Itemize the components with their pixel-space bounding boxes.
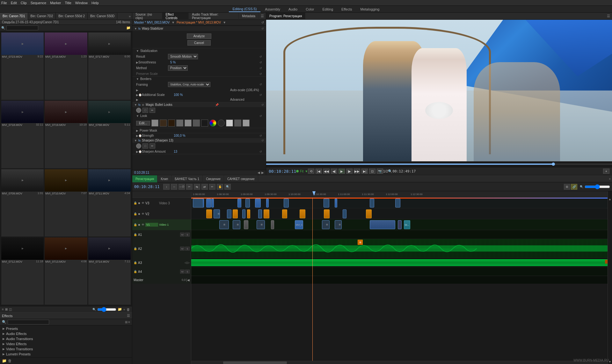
v2-clip-13[interactable] — [366, 209, 372, 218]
sharpen-amount-reset[interactable]: ↺ — [259, 150, 262, 153]
mbl-btn-2[interactable]: □ — [142, 108, 148, 113]
smoothness-value[interactable]: 5 % — [170, 61, 176, 64]
smoothness-reset[interactable]: ↺ — [259, 61, 262, 64]
a2-m-btn[interactable]: M — [180, 247, 185, 251]
v2-clip-12[interactable]: ⊞ — [343, 209, 346, 218]
a2-lock[interactable]: 🔒 — [134, 247, 137, 250]
sidebar-scroll-up[interactable]: ▲ — [608, 198, 611, 201]
menu-marker[interactable]: Marker — [50, 1, 61, 5]
v1-clip-3[interactable] — [244, 220, 248, 229]
effects-item-lumetri[interactable]: ▶ Lumetri Presets — [0, 352, 132, 357]
effects-list-btn[interactable]: ≡ — [128, 320, 130, 324]
look-swatch-3[interactable] — [176, 120, 183, 127]
v1-clip-2[interactable]: ⊞ — [233, 220, 240, 229]
v2-clip-8[interactable]: ⊞ — [227, 209, 231, 218]
a4-s-btn[interactable]: S — [185, 270, 190, 273]
framing-dropdown[interactable]: Stabilize, Crop, Auto-scale — [168, 82, 210, 87]
timecode-next-icon[interactable]: ▶ — [261, 171, 264, 174]
scrubber-thumb[interactable] — [552, 163, 555, 166]
snap-btn[interactable]: ⊞ — [564, 184, 570, 190]
v3-clip-5[interactable] — [245, 199, 250, 207]
look-edit-button[interactable]: Edit... — [136, 121, 150, 126]
effects-item-video-transitions[interactable]: ▶ Video Transitions — [0, 346, 132, 352]
sharpen-reset[interactable]: ↺ — [261, 139, 264, 142]
additional-scale-reset[interactable]: ↺ — [259, 93, 262, 97]
timeline-tab-add[interactable]: + — [609, 177, 611, 181]
stabilization-header[interactable]: ▼ Stabilization — [132, 48, 266, 53]
sharpen-enable[interactable]: fx — [138, 139, 141, 142]
sharpen-amount-value[interactable]: 13 — [174, 150, 177, 153]
ws-tab-effects[interactable]: Effects — [338, 7, 356, 12]
look-swatch-8[interactable] — [226, 120, 233, 127]
program-monitor-menu[interactable]: ☰ — [605, 14, 612, 18]
menu-title[interactable]: Title — [65, 1, 71, 5]
thumb-item-10[interactable]: ▶ MVI_0713.MOV4:06 — [45, 237, 87, 305]
v3-clip-9[interactable] — [324, 199, 329, 207]
timeline-tab-svedenie[interactable]: Сведение — [203, 175, 224, 182]
effect-controls-tab[interactable]: Effect Controls — [162, 13, 189, 20]
effects-item-audio-transitions[interactable]: ▶ Audio Transitions — [0, 336, 132, 341]
v2-clip-5[interactable] — [282, 209, 287, 218]
thumb-item-9[interactable]: ▶ MVI_0712.MOV11:18 — [1, 237, 44, 305]
thumb-item-6[interactable]: ▶ MVI_0709.MOV1:01 — [1, 169, 44, 237]
menu-clip[interactable]: Clip — [21, 1, 27, 5]
v3-eye-icon[interactable]: 👁 — [142, 201, 144, 205]
master-goto-start[interactable]: |◀ — [186, 278, 190, 282]
v2-clip-11[interactable] — [324, 209, 330, 218]
strength-reset[interactable]: ↺ — [259, 134, 262, 137]
program-monitor-tab[interactable]: Program: Регистрация — [266, 13, 305, 20]
look-swatch-0[interactable] — [151, 120, 158, 127]
v2-clip-7[interactable]: ⊞ — [214, 209, 220, 218]
look-swatch-circle[interactable] — [209, 120, 216, 127]
fit-dropdown[interactable]: Fit — [300, 170, 303, 173]
bin-tab-canon7d1[interactable]: Bin: Canon 7D1 — [0, 13, 28, 20]
v1-clip-5[interactable] — [271, 220, 274, 229]
ws-tab-color[interactable]: Color — [302, 7, 318, 12]
borders-header[interactable]: ▼ Borders — [132, 76, 266, 81]
thumb-item-4[interactable]: ▶ MVI_0719.MOV10:19 — [45, 101, 87, 168]
cancel-button[interactable]: Cancel — [187, 40, 211, 46]
thumb-item-11[interactable]: ▶ MVI_0714.MOV7:11 — [88, 237, 131, 305]
a1-m-btn[interactable]: M — [180, 233, 185, 237]
safe-margin-btn[interactable]: ⊡ — [369, 169, 375, 174]
loop-btn[interactable]: ⟲ — [308, 169, 314, 174]
clip-dropdown-arrow[interactable]: ▼ — [171, 21, 175, 24]
menu-edit[interactable]: Edit — [11, 1, 17, 5]
sharpen-icon-btn-1[interactable] — [136, 143, 141, 149]
new-bin-icon[interactable]: 📁 — [118, 307, 122, 311]
project-search-input[interactable] — [6, 25, 38, 30]
ws-tab-metalogging[interactable]: Metalogging — [357, 7, 383, 12]
mbl-btn-3[interactable]: ✏ — [149, 108, 155, 113]
a4-lock[interactable]: 🔒 — [134, 270, 137, 273]
magic-bullet-header[interactable]: ▼ fx ⊛ Magic Bullet Looks 📌 ↺ — [132, 102, 266, 107]
preserve-reset[interactable]: ↺ — [259, 72, 262, 76]
v3-clip-7[interactable] — [266, 199, 269, 207]
a1-lock[interactable]: 🔒 — [134, 233, 137, 236]
grid-view-icon[interactable]: ⊞ — [5, 308, 8, 311]
a3-lock[interactable]: 🔒 — [134, 261, 137, 264]
v1-eye-icon[interactable]: 👁 — [142, 223, 144, 226]
bin-tab-canon550d2[interactable]: Bin: Canon 550d 2 — [56, 13, 88, 20]
v1-clip-10[interactable] — [398, 220, 402, 229]
thumb-item-1[interactable]: ▶ MVI_0716.MOV1:23 — [45, 33, 87, 100]
a2-s-btn[interactable]: S — [185, 247, 190, 251]
thumb-item-0[interactable]: ▶ MVI_0723.MOV9:22 — [1, 33, 44, 100]
step-fwd-btn[interactable]: ▶▶ — [354, 169, 360, 174]
look-swatch-6[interactable] — [201, 120, 208, 127]
mbl-pin-icon[interactable]: 📌 — [215, 103, 219, 106]
ws-tab-audio[interactable]: Audio — [285, 7, 301, 12]
slip-btn[interactable]: ⇆ — [194, 184, 200, 190]
look-reset[interactable]: ↺ — [259, 114, 262, 118]
look-swatch-5[interactable] — [193, 120, 200, 127]
a3-left-icon[interactable]: ◁ — [185, 261, 187, 264]
effects-item-video-effects[interactable]: ▶ Video Effects — [0, 341, 132, 346]
bin-tab-canon550d[interactable]: Bin: Canon 550D — [88, 13, 117, 20]
v3-clip-2[interactable] — [206, 199, 211, 207]
hand-btn[interactable]: ✋ — [217, 184, 223, 190]
rate-stretch-btn[interactable]: ↔⏱ — [178, 184, 185, 190]
zoom-slider[interactable] — [97, 308, 116, 311]
active-clip-arrow[interactable]: ▼ — [223, 21, 226, 24]
v1-clip-cr[interactable]: Cr... — [404, 220, 410, 229]
look-swatch-1[interactable] — [160, 120, 167, 127]
warp-stabilizer-header[interactable]: ▼ fx Warp Stabilizer ↺ — [132, 26, 266, 31]
